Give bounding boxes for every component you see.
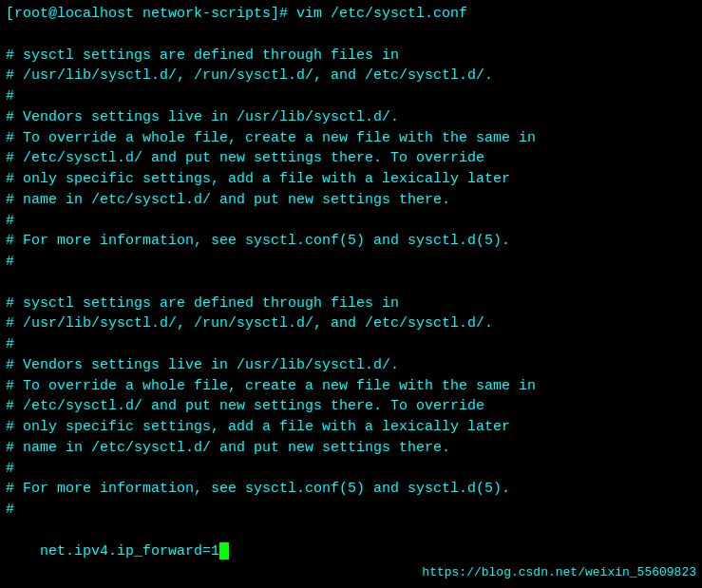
line-19: # name in /etc/sysctl.d/ and put new set…: [6, 438, 696, 459]
line-blank-1: [6, 25, 696, 46]
line-11: #: [6, 252, 696, 273]
line-14: #: [6, 334, 696, 355]
setting-value: 1: [211, 543, 219, 560]
line-1: # sysctl settings are defined through fi…: [6, 46, 696, 66]
cursor: [219, 542, 229, 560]
line-4: # Vendors settings live in /usr/lib/sysc…: [6, 107, 696, 128]
line-8: # name in /etc/sysctl.d/ and put new set…: [6, 190, 696, 211]
line-16: # To override a whole file, create a new…: [6, 376, 696, 397]
line-18: # only specific settings, add a file wit…: [6, 417, 696, 438]
tilde-line: ~: [6, 582, 696, 588]
line-13: # /usr/lib/sysctl.d/, /run/sysctl.d/, an…: [6, 313, 696, 334]
line-17: # /etc/sysctl.d/ and put new settings th…: [6, 396, 696, 417]
terminal-window: [root@localhost network-scripts]# vim /e…: [0, 0, 702, 588]
line-21: # For more information, see sysctl.conf(…: [6, 479, 696, 500]
line-blank-2: [6, 273, 696, 294]
line-6: # /etc/sysctl.d/ and put new settings th…: [6, 148, 696, 169]
line-22: #: [6, 500, 696, 521]
line-12: # sysctl settings are defined through fi…: [6, 294, 696, 314]
line-5: # To override a whole file, create a new…: [6, 128, 696, 149]
line-2: # /usr/lib/sysctl.d/, /run/sysctl.d/, an…: [6, 66, 696, 86]
prompt-line: [root@localhost network-scripts]# vim /e…: [6, 4, 696, 25]
url-line: https://blog.csdn.net/weixin_55609823: [422, 564, 696, 582]
line-3: #: [6, 86, 696, 107]
line-20: #: [6, 459, 696, 480]
setting-prefix: net.ipv4.ip_forward=: [40, 543, 211, 560]
line-10: # For more information, see sysctl.conf(…: [6, 231, 696, 252]
line-9: #: [6, 211, 696, 232]
line-15: # Vendors settings live in /usr/lib/sysc…: [6, 355, 696, 376]
line-7: # only specific settings, add a file wit…: [6, 169, 696, 190]
